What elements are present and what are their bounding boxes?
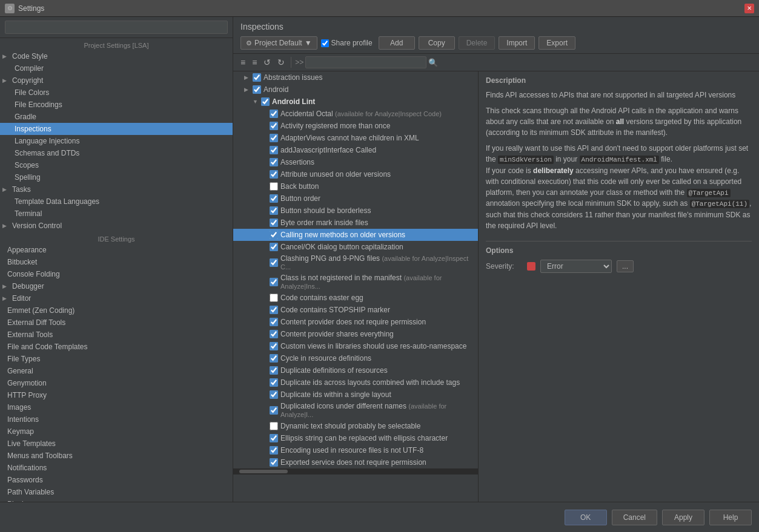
share-profile-checkbox[interactable]: Share profile (321, 39, 373, 47)
ok-button[interactable]: OK (565, 510, 607, 525)
sidebar-item-external-diff-tools[interactable]: External Diff Tools (0, 317, 233, 329)
insp-abstraction-issues[interactable]: ▶ Abstraction issues (233, 71, 478, 84)
insp-custom-views-libraries[interactable]: Custom views in libraries should use res… (233, 340, 478, 352)
search-input[interactable] (5, 21, 228, 34)
sidebar-item-scopes[interactable]: Scopes (0, 159, 233, 171)
sidebar-item-genymotion[interactable]: Genymotion (0, 377, 233, 389)
sidebar-item-file-colors[interactable]: File Colors (0, 87, 233, 99)
sidebar-item-inspections[interactable]: Inspections (0, 123, 233, 135)
sidebar-item-general[interactable]: General (0, 365, 233, 377)
sidebar-item-notifications[interactable]: Notifications (0, 462, 233, 474)
export-button[interactable]: Export (539, 36, 575, 50)
sidebar-item-debugger[interactable]: ▶ Debugger (0, 280, 233, 292)
insp-checkbox[interactable] (270, 354, 278, 363)
insp-checkbox[interactable] (270, 330, 278, 338)
sidebar-item-version-control[interactable]: ▶ Version Control (0, 220, 233, 232)
insp-duplicate-ids-single[interactable]: Duplicate ids within a single layout (233, 389, 478, 401)
insp-accidental-octal[interactable]: Accidental Octal (available for Analyze|… (233, 108, 478, 120)
insp-code-stopship[interactable]: Code contains STOPSHIP marker (233, 304, 478, 316)
insp-button-order[interactable]: Button order (233, 192, 478, 205)
insp-checkbox[interactable] (270, 110, 278, 118)
insp-adapterview-children[interactable]: AdapterViews cannot have children in XML (233, 132, 478, 144)
insp-checkbox[interactable] (270, 318, 278, 326)
insp-content-provider-shares[interactable]: Content provider shares everything (233, 328, 478, 340)
sidebar-item-intentions[interactable]: Intentions (0, 413, 233, 425)
insp-exported-service[interactable]: Exported service does not require permis… (233, 456, 478, 468)
sidebar-item-file-code-templates[interactable]: File and Code Templates (0, 341, 233, 353)
sidebar-item-emmet[interactable]: Emmet (Zen Coding) (0, 304, 233, 317)
sidebar-item-file-encodings[interactable]: File Encodings (0, 99, 233, 111)
add-button[interactable]: Add (379, 36, 415, 50)
sidebar-item-tasks[interactable]: ▶ Tasks (0, 183, 233, 195)
sidebar-item-images[interactable]: Images (0, 401, 233, 413)
insp-checkbox[interactable] (253, 85, 261, 94)
insp-checkbox[interactable] (270, 366, 278, 375)
sidebar-item-external-tools[interactable]: External Tools (0, 329, 233, 341)
insp-checkbox[interactable] (253, 73, 261, 82)
insp-checkbox[interactable] (270, 122, 278, 130)
insp-ellipsis-string[interactable]: Ellipsis string can be replaced with ell… (233, 432, 478, 444)
sidebar-item-appearance[interactable]: Appearance (0, 244, 233, 256)
more-options-button[interactable]: ... (617, 260, 634, 272)
horizontal-scrollbar[interactable] (233, 468, 478, 475)
insp-checkbox[interactable] (270, 422, 278, 430)
sidebar-item-path-variables[interactable]: Path Variables (0, 486, 233, 498)
collapse-all-button[interactable]: ≡ (250, 56, 259, 68)
help-button[interactable]: Help (709, 510, 752, 525)
insp-android-lint[interactable]: ▼ Android Lint (233, 96, 478, 108)
insp-dynamic-text[interactable]: Dynamic text should probably be selectab… (233, 420, 478, 432)
insp-checkbox[interactable] (270, 278, 278, 286)
insp-checkbox[interactable] (270, 206, 278, 215)
insp-encoding-utf8[interactable]: Encoding used in resource files is not U… (233, 444, 478, 456)
insp-class-not-registered[interactable]: Class is not registered in the manifest … (233, 272, 478, 292)
sidebar-item-live-templates[interactable]: Live Templates (0, 438, 233, 450)
insp-addjavascript[interactable]: addJavascriptInterface Called (233, 144, 478, 156)
sidebar-item-console-folding[interactable]: Console Folding (0, 268, 233, 280)
insp-code-easter-egg[interactable]: Code contains easter egg (233, 292, 478, 304)
insp-checkbox[interactable] (270, 294, 278, 302)
insp-checkbox[interactable] (270, 406, 278, 415)
insp-byte-order-mark[interactable]: Byte order mark inside files (233, 217, 478, 229)
insp-cancel-ok-dialog[interactable]: Cancel/OK dialog button capitalization (233, 241, 478, 253)
filter-input[interactable] (305, 56, 426, 68)
delete-button[interactable]: Delete (459, 36, 496, 50)
redo-button[interactable]: ↻ (275, 56, 287, 68)
insp-clashing-png[interactable]: Clashing PNG and 9-PNG files (available … (233, 253, 478, 272)
copy-button[interactable]: Copy (419, 36, 455, 50)
sidebar-item-schemas-dtds[interactable]: Schemas and DTDs (0, 147, 233, 159)
insp-checkbox[interactable] (270, 158, 278, 166)
sidebar-item-file-types[interactable]: File Types (0, 353, 233, 365)
sidebar-item-keymap[interactable]: Keymap (0, 425, 233, 438)
insp-android[interactable]: ▶ Android (233, 84, 478, 96)
sidebar-item-bitbucket[interactable]: Bitbucket (0, 256, 233, 268)
insp-checkbox[interactable] (270, 194, 278, 203)
insp-checkbox[interactable] (270, 434, 278, 442)
insp-checkbox[interactable] (270, 378, 278, 387)
insp-checkbox[interactable] (270, 458, 278, 467)
sidebar-item-language-injections[interactable]: Language Injections (0, 135, 233, 147)
insp-checkbox[interactable] (270, 146, 278, 154)
insp-checkbox[interactable] (270, 243, 278, 251)
insp-duplicate-definitions[interactable]: Duplicate definitions of resources (233, 364, 478, 376)
insp-checkbox[interactable] (270, 258, 278, 267)
insp-back-button[interactable]: Back button (233, 180, 478, 192)
insp-checkbox[interactable] (270, 134, 278, 142)
insp-checkbox[interactable] (270, 182, 278, 191)
sidebar-item-gradle[interactable]: Gradle (0, 111, 233, 123)
insp-cycle-resource[interactable]: Cycle in resource definitions (233, 352, 478, 364)
share-profile-input[interactable] (321, 39, 329, 47)
insp-checkbox[interactable] (270, 170, 278, 179)
insp-checkbox[interactable] (270, 390, 278, 399)
sidebar-item-code-style[interactable]: ▶ Code Style (0, 50, 233, 62)
insp-attribute-unused[interactable]: Attribute unused on older versions (233, 168, 478, 180)
insp-button-borderless[interactable]: Button should be borderless (233, 205, 478, 217)
insp-checkbox[interactable] (270, 218, 278, 227)
undo-button[interactable]: ↺ (261, 56, 273, 68)
insp-content-provider-permission[interactable]: Content provider does not require permis… (233, 316, 478, 328)
sidebar-item-spelling[interactable]: Spelling (0, 171, 233, 183)
close-button[interactable]: ✕ (744, 4, 754, 13)
sidebar-item-copyright[interactable]: ▶ Copyright (0, 74, 233, 87)
insp-duplicate-ids-layouts[interactable]: Duplicate ids across layouts combined wi… (233, 376, 478, 389)
insp-checkbox[interactable] (270, 342, 278, 350)
insp-duplicated-icons[interactable]: Duplicated icons under different names (… (233, 401, 478, 420)
